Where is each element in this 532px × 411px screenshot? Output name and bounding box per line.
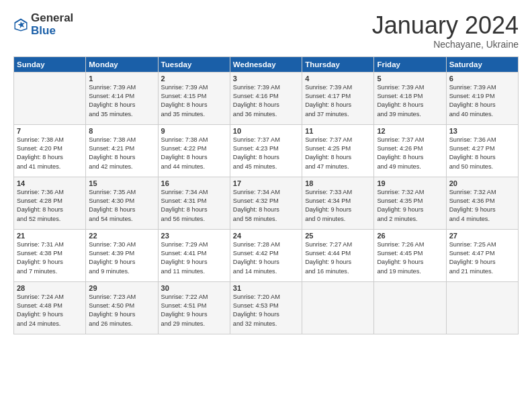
cell-w4-d3: 31Sunrise: 7:20 AMSunset: 4:53 PMDayligh… bbox=[230, 281, 302, 334]
cell-w4-d0: 28Sunrise: 7:24 AMSunset: 4:48 PMDayligh… bbox=[14, 281, 86, 334]
day-number: 13 bbox=[449, 127, 515, 135]
day-number: 24 bbox=[233, 232, 299, 240]
day-number: 20 bbox=[449, 179, 515, 187]
day-info: Sunrise: 7:39 AMSunset: 4:16 PMDaylight:… bbox=[233, 83, 299, 119]
day-number: 31 bbox=[233, 284, 299, 292]
day-info: Sunrise: 7:37 AMSunset: 4:23 PMDaylight:… bbox=[233, 136, 299, 171]
day-number: 17 bbox=[233, 179, 299, 187]
cell-w1-d6: 13Sunrise: 7:36 AMSunset: 4:27 PMDayligh… bbox=[446, 124, 518, 177]
day-info: Sunrise: 7:20 AMSunset: 4:53 PMDaylight:… bbox=[233, 293, 299, 328]
logo: General Blue bbox=[13, 12, 73, 37]
day-info: Sunrise: 7:38 AMSunset: 4:21 PMDaylight:… bbox=[89, 136, 154, 171]
day-info: Sunrise: 7:27 AMSunset: 4:44 PMDaylight:… bbox=[305, 240, 371, 276]
day-info: Sunrise: 7:31 AMSunset: 4:38 PMDaylight:… bbox=[17, 240, 83, 276]
cell-w0-d5: 5Sunrise: 7:39 AMSunset: 4:18 PMDaylight… bbox=[374, 72, 446, 124]
day-number: 10 bbox=[233, 127, 299, 135]
day-info: Sunrise: 7:37 AMSunset: 4:26 PMDaylight:… bbox=[377, 136, 443, 171]
day-info: Sunrise: 7:35 AMSunset: 4:30 PMDaylight:… bbox=[89, 188, 154, 224]
cell-w4-d1: 29Sunrise: 7:23 AMSunset: 4:50 PMDayligh… bbox=[86, 281, 158, 334]
day-number: 2 bbox=[161, 75, 227, 83]
cell-w1-d1: 8Sunrise: 7:38 AMSunset: 4:21 PMDaylight… bbox=[86, 124, 158, 177]
week-row-0: 1Sunrise: 7:39 AMSunset: 4:14 PMDaylight… bbox=[14, 72, 519, 124]
header: General Blue January 2024 Nechayane, Ukr… bbox=[13, 12, 519, 50]
day-number: 16 bbox=[161, 179, 227, 187]
day-info: Sunrise: 7:39 AMSunset: 4:15 PMDaylight:… bbox=[161, 83, 227, 119]
day-number: 26 bbox=[377, 232, 443, 240]
cell-w1-d5: 12Sunrise: 7:37 AMSunset: 4:26 PMDayligh… bbox=[374, 124, 446, 177]
col-monday: Monday bbox=[86, 56, 158, 72]
day-number: 8 bbox=[89, 127, 154, 135]
cell-w3-d6: 27Sunrise: 7:25 AMSunset: 4:47 PMDayligh… bbox=[446, 229, 518, 281]
day-info: Sunrise: 7:30 AMSunset: 4:39 PMDaylight:… bbox=[89, 240, 154, 276]
header-row: Sunday Monday Tuesday Wednesday Thursday… bbox=[14, 56, 519, 72]
day-info: Sunrise: 7:38 AMSunset: 4:22 PMDaylight:… bbox=[161, 136, 227, 171]
day-info: Sunrise: 7:24 AMSunset: 4:48 PMDaylight:… bbox=[17, 293, 83, 328]
col-tuesday: Tuesday bbox=[158, 56, 230, 72]
day-info: Sunrise: 7:36 AMSunset: 4:27 PMDaylight:… bbox=[449, 136, 515, 171]
cell-w1-d2: 9Sunrise: 7:38 AMSunset: 4:22 PMDaylight… bbox=[158, 124, 230, 177]
week-row-3: 21Sunrise: 7:31 AMSunset: 4:38 PMDayligh… bbox=[14, 229, 519, 281]
day-number: 30 bbox=[161, 284, 227, 292]
day-info: Sunrise: 7:39 AMSunset: 4:18 PMDaylight:… bbox=[377, 83, 443, 119]
cell-w3-d0: 21Sunrise: 7:31 AMSunset: 4:38 PMDayligh… bbox=[14, 229, 86, 281]
cell-w0-d6: 6Sunrise: 7:39 AMSunset: 4:19 PMDaylight… bbox=[446, 72, 518, 124]
week-row-1: 7Sunrise: 7:38 AMSunset: 4:20 PMDaylight… bbox=[14, 124, 519, 177]
cell-w3-d1: 22Sunrise: 7:30 AMSunset: 4:39 PMDayligh… bbox=[86, 229, 158, 281]
col-wednesday: Wednesday bbox=[230, 56, 302, 72]
logo-blue-text: Blue bbox=[31, 25, 73, 38]
day-number: 21 bbox=[17, 232, 83, 240]
day-number: 29 bbox=[89, 284, 154, 292]
cell-w2-d4: 18Sunrise: 7:33 AMSunset: 4:34 PMDayligh… bbox=[302, 177, 374, 229]
day-number: 14 bbox=[17, 179, 83, 187]
day-info: Sunrise: 7:25 AMSunset: 4:47 PMDaylight:… bbox=[449, 240, 515, 276]
day-info: Sunrise: 7:38 AMSunset: 4:20 PMDaylight:… bbox=[17, 136, 83, 171]
day-number: 5 bbox=[377, 75, 443, 83]
cell-w4-d5 bbox=[374, 281, 446, 334]
cell-w2-d2: 16Sunrise: 7:34 AMSunset: 4:31 PMDayligh… bbox=[158, 177, 230, 229]
day-info: Sunrise: 7:39 AMSunset: 4:14 PMDaylight:… bbox=[89, 83, 154, 119]
day-number: 3 bbox=[233, 75, 299, 83]
location-subtitle: Nechayane, Ukraine bbox=[372, 39, 519, 50]
day-info: Sunrise: 7:39 AMSunset: 4:19 PMDaylight:… bbox=[449, 83, 515, 119]
day-number: 18 bbox=[305, 179, 371, 187]
cell-w4-d6 bbox=[446, 281, 518, 334]
col-friday: Friday bbox=[374, 56, 446, 72]
cell-w2-d3: 17Sunrise: 7:34 AMSunset: 4:32 PMDayligh… bbox=[230, 177, 302, 229]
cell-w0-d1: 1Sunrise: 7:39 AMSunset: 4:14 PMDaylight… bbox=[86, 72, 158, 124]
day-number: 1 bbox=[89, 75, 154, 83]
day-info: Sunrise: 7:37 AMSunset: 4:25 PMDaylight:… bbox=[305, 136, 371, 171]
day-number: 12 bbox=[377, 127, 443, 135]
day-info: Sunrise: 7:33 AMSunset: 4:34 PMDaylight:… bbox=[305, 188, 371, 224]
day-number: 23 bbox=[161, 232, 227, 240]
day-info: Sunrise: 7:26 AMSunset: 4:45 PMDaylight:… bbox=[377, 240, 443, 276]
cell-w0-d0 bbox=[14, 72, 86, 124]
cell-w2-d0: 14Sunrise: 7:36 AMSunset: 4:28 PMDayligh… bbox=[14, 177, 86, 229]
cell-w3-d5: 26Sunrise: 7:26 AMSunset: 4:45 PMDayligh… bbox=[374, 229, 446, 281]
cell-w2-d6: 20Sunrise: 7:32 AMSunset: 4:36 PMDayligh… bbox=[446, 177, 518, 229]
day-info: Sunrise: 7:32 AMSunset: 4:35 PMDaylight:… bbox=[377, 188, 443, 224]
day-info: Sunrise: 7:22 AMSunset: 4:51 PMDaylight:… bbox=[161, 293, 227, 328]
cell-w2-d5: 19Sunrise: 7:32 AMSunset: 4:35 PMDayligh… bbox=[374, 177, 446, 229]
day-info: Sunrise: 7:28 AMSunset: 4:42 PMDaylight:… bbox=[233, 240, 299, 276]
calendar-body: 1Sunrise: 7:39 AMSunset: 4:14 PMDaylight… bbox=[14, 72, 519, 334]
day-number: 19 bbox=[377, 179, 443, 187]
cell-w0-d2: 2Sunrise: 7:39 AMSunset: 4:15 PMDaylight… bbox=[158, 72, 230, 124]
day-number: 28 bbox=[17, 284, 83, 292]
day-info: Sunrise: 7:23 AMSunset: 4:50 PMDaylight:… bbox=[89, 293, 154, 328]
day-number: 9 bbox=[161, 127, 227, 135]
cell-w3-d2: 23Sunrise: 7:29 AMSunset: 4:41 PMDayligh… bbox=[158, 229, 230, 281]
day-info: Sunrise: 7:34 AMSunset: 4:31 PMDaylight:… bbox=[161, 188, 227, 224]
day-number: 22 bbox=[89, 232, 154, 240]
day-number: 7 bbox=[17, 127, 83, 135]
day-number: 11 bbox=[305, 127, 371, 135]
cell-w3-d4: 25Sunrise: 7:27 AMSunset: 4:44 PMDayligh… bbox=[302, 229, 374, 281]
calendar-table: Sunday Monday Tuesday Wednesday Thursday… bbox=[13, 56, 519, 334]
cell-w0-d3: 3Sunrise: 7:39 AMSunset: 4:16 PMDaylight… bbox=[230, 72, 302, 124]
title-block: January 2024 Nechayane, Ukraine bbox=[372, 12, 519, 50]
week-row-2: 14Sunrise: 7:36 AMSunset: 4:28 PMDayligh… bbox=[14, 177, 519, 229]
page: General Blue January 2024 Nechayane, Ukr… bbox=[0, 0, 532, 341]
cell-w3-d3: 24Sunrise: 7:28 AMSunset: 4:42 PMDayligh… bbox=[230, 229, 302, 281]
day-number: 4 bbox=[305, 75, 371, 83]
day-info: Sunrise: 7:39 AMSunset: 4:17 PMDaylight:… bbox=[305, 83, 371, 119]
day-info: Sunrise: 7:36 AMSunset: 4:28 PMDaylight:… bbox=[17, 188, 83, 224]
